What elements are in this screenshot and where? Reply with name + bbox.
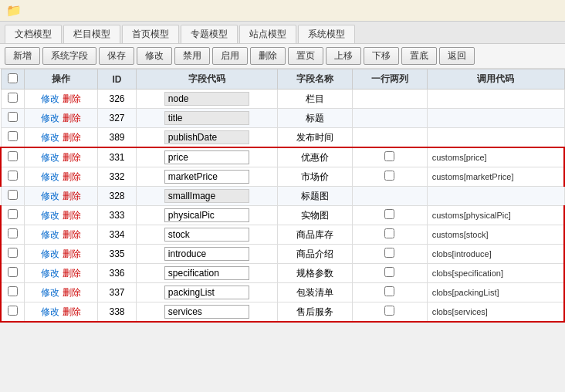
delete-link[interactable]: 删除 [63, 229, 81, 240]
toolbar-btn-上移[interactable]: 上移 [326, 47, 361, 65]
edit-link[interactable]: 修改 [41, 152, 59, 163]
field-code-input[interactable] [164, 208, 249, 222]
cell-field-code [136, 109, 277, 128]
tab-5[interactable]: 系统模型 [298, 25, 355, 43]
tab-1[interactable]: 栏目模型 [63, 25, 120, 43]
row-checkbox[interactable] [8, 190, 18, 200]
table-row: 修改 删除332市场价customs[marketPrice] [1, 167, 564, 187]
row-checkbox[interactable] [8, 248, 18, 258]
delete-link[interactable]: 删除 [63, 210, 81, 221]
edit-link[interactable]: 修改 [41, 268, 59, 279]
tab-3[interactable]: 专题模型 [181, 25, 238, 43]
toolbar-btn-下移[interactable]: 下移 [364, 47, 399, 65]
toolbar-btn-返回[interactable]: 返回 [439, 47, 475, 65]
row-checkbox[interactable] [8, 228, 18, 238]
edit-link[interactable]: 修改 [41, 229, 59, 240]
two-col-checkbox[interactable] [384, 151, 394, 161]
edit-link[interactable]: 修改 [41, 191, 59, 201]
field-code-input[interactable] [164, 305, 249, 319]
table-row: 修改 删除326栏目 [1, 90, 564, 109]
two-col-checkbox[interactable] [384, 248, 394, 258]
tab-0[interactable]: 文档模型 [5, 25, 62, 43]
cell-id: 389 [98, 128, 136, 148]
row-checkbox[interactable] [8, 267, 18, 277]
cell-id: 335 [98, 245, 136, 264]
toolbar-btn-置底[interactable]: 置底 [401, 47, 437, 65]
edit-link[interactable]: 修改 [41, 306, 59, 317]
delete-link[interactable]: 删除 [63, 191, 81, 201]
cell-field-name: 标题 [277, 109, 352, 128]
two-col-checkbox[interactable] [384, 209, 394, 219]
row-checkbox[interactable] [8, 171, 18, 181]
row-checkbox[interactable] [8, 306, 18, 316]
row-checkbox[interactable] [8, 209, 18, 219]
field-code-input[interactable] [164, 247, 249, 261]
field-code-input[interactable] [164, 130, 249, 144]
toolbar-btn-保存[interactable]: 保存 [99, 47, 134, 65]
toolbar-btn-修改[interactable]: 修改 [137, 47, 172, 65]
cell-two-col [352, 302, 427, 323]
table-row: 修改 删除334商品库存customs[stock] [1, 225, 564, 245]
row-checkbox[interactable] [8, 93, 18, 103]
delete-link[interactable]: 删除 [63, 248, 81, 259]
tab-bar: 文档模型栏目模型首页模型专题模型站点模型系统模型 [0, 22, 565, 44]
field-code-input[interactable] [164, 111, 249, 125]
edit-link[interactable]: 修改 [41, 210, 59, 221]
toolbar-btn-新增[interactable]: 新增 [5, 47, 40, 65]
field-code-input[interactable] [164, 189, 249, 203]
edit-link[interactable]: 修改 [41, 171, 59, 182]
table-row: 修改 删除327标题 [1, 109, 564, 128]
field-code-input[interactable] [164, 286, 249, 299]
two-col-checkbox[interactable] [384, 286, 394, 296]
delete-link[interactable]: 删除 [63, 171, 81, 182]
two-col-checkbox[interactable] [384, 171, 394, 181]
tab-2[interactable]: 首页模型 [122, 25, 179, 43]
row-checkbox[interactable] [8, 131, 18, 141]
field-code-input[interactable] [164, 228, 249, 242]
toolbar-btn-删除[interactable]: 删除 [250, 47, 286, 65]
tab-4[interactable]: 站点模型 [239, 25, 296, 43]
delete-link[interactable]: 删除 [63, 152, 81, 163]
cell-field-name: 标题图 [277, 187, 352, 206]
cell-field-code [136, 283, 277, 302]
delete-link[interactable]: 删除 [63, 132, 81, 143]
toolbar-btn-禁用[interactable]: 禁用 [174, 47, 210, 65]
edit-link[interactable]: 修改 [41, 287, 59, 298]
field-code-input[interactable] [164, 150, 249, 164]
two-col-checkbox[interactable] [384, 306, 394, 316]
edit-link[interactable]: 修改 [41, 248, 59, 259]
delete-link[interactable]: 删除 [63, 93, 81, 104]
col-checkbox [1, 69, 24, 90]
edit-link[interactable]: 修改 [41, 113, 59, 123]
two-col-checkbox[interactable] [384, 267, 394, 277]
row-checkbox[interactable] [8, 151, 18, 161]
cell-field-name: 实物图 [277, 206, 352, 225]
field-code-input[interactable] [164, 170, 249, 184]
two-col-checkbox[interactable] [384, 228, 394, 238]
cell-field-code [136, 187, 277, 206]
edit-link[interactable]: 修改 [41, 132, 59, 143]
cell-field-name: 售后服务 [277, 302, 352, 323]
table-container: 操作 ID 字段代码 字段名称 一行两列 调用代码 修改 删除326栏目修改 删… [0, 69, 565, 323]
field-code-input[interactable] [164, 266, 249, 280]
edit-link[interactable]: 修改 [41, 93, 59, 104]
toolbar-btn-系统字段[interactable]: 系统字段 [42, 47, 96, 65]
toolbar-btn-置页[interactable]: 置页 [288, 47, 323, 65]
cell-two-col [352, 90, 427, 109]
delete-link[interactable]: 删除 [63, 268, 81, 279]
field-code-input[interactable] [164, 92, 249, 106]
delete-link[interactable]: 删除 [63, 113, 81, 123]
toolbar-btn-启用[interactable]: 启用 [212, 47, 248, 65]
cell-field-code [136, 245, 277, 264]
row-checkbox[interactable] [8, 112, 18, 122]
cell-id: 327 [98, 109, 136, 128]
delete-link[interactable]: 删除 [63, 306, 81, 317]
cell-invoke-code: clobs[specification] [427, 264, 564, 283]
cell-two-col [352, 245, 427, 264]
select-all-checkbox[interactable] [8, 73, 18, 83]
row-checkbox[interactable] [8, 286, 18, 296]
table-row: 修改 删除331优惠价customs[price] [1, 147, 564, 167]
table-row: 修改 删除335商品介绍clobs[introduce] [1, 245, 564, 264]
cell-field-code [136, 225, 277, 245]
delete-link[interactable]: 删除 [63, 287, 81, 298]
